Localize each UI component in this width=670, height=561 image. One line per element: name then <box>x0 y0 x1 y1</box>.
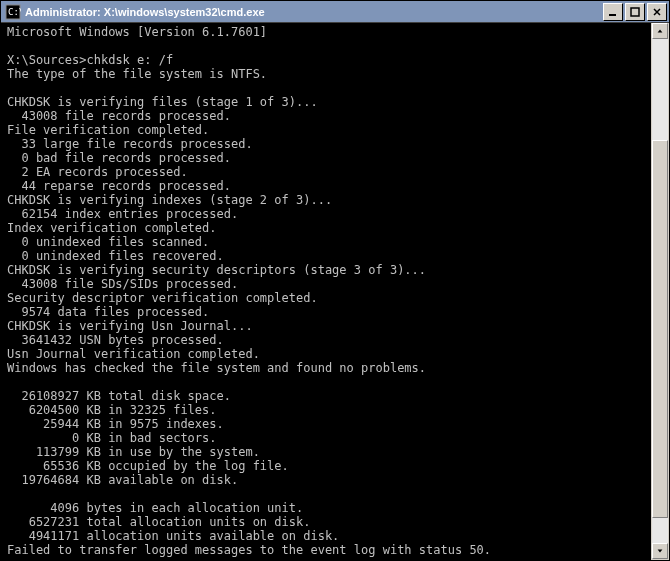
output-line: Microsoft Windows [Version 6.1.7601] <box>7 25 267 39</box>
output-line: 33 large file records processed. <box>7 137 253 151</box>
output-line: 9574 data files processed. <box>7 305 209 319</box>
output-line: 26108927 KB total disk space. <box>7 389 231 403</box>
window-title: Administrator: X:\windows\system32\cmd.e… <box>25 6 601 18</box>
scroll-down-button[interactable] <box>652 543 668 559</box>
close-button[interactable] <box>647 3 667 21</box>
svg-text:C:\: C:\ <box>8 7 21 17</box>
output-line: 4941171 allocation units available on di… <box>7 529 339 543</box>
svg-rect-2 <box>609 14 616 16</box>
output-line: 0 bad file records processed. <box>7 151 231 165</box>
output-line: 113799 KB in use by the system. <box>7 445 260 459</box>
svg-rect-3 <box>631 8 639 16</box>
scroll-up-button[interactable] <box>652 23 668 39</box>
output-line: CHKDSK is verifying files (stage 1 of 3)… <box>7 95 318 109</box>
output-line: CHKDSK is verifying indexes (stage 2 of … <box>7 193 332 207</box>
output-line: 3641432 USN bytes processed. <box>7 333 224 347</box>
scroll-track[interactable] <box>652 39 668 543</box>
output-line: 6527231 total allocation units on disk. <box>7 515 310 529</box>
output-line: CHKDSK is verifying security descriptors… <box>7 263 426 277</box>
output-line: CHKDSK is verifying Usn Journal... <box>7 319 253 333</box>
prompt: X:\Sources> <box>7 53 86 67</box>
output-line: 62154 index entries processed. <box>7 207 238 221</box>
scroll-thumb[interactable] <box>652 140 668 518</box>
output-line: Failed to transfer logged messages to th… <box>7 543 491 557</box>
output-line: Index verification completed. <box>7 221 217 235</box>
command-input: chkdsk e: /f <box>86 53 173 67</box>
window-buttons <box>601 3 667 21</box>
output-line: 25944 KB in 9575 indexes. <box>7 417 224 431</box>
output-line: Windows has checked the file system and … <box>7 361 426 375</box>
output-line: 19764684 KB available on disk. <box>7 473 238 487</box>
output-line: 43008 file records processed. <box>7 109 231 123</box>
output-line: 2 EA records processed. <box>7 165 188 179</box>
output-line: Usn Journal verification completed. <box>7 347 260 361</box>
output-line: 44 reparse records processed. <box>7 179 231 193</box>
output-line: 65536 KB occupied by the log file. <box>7 459 289 473</box>
output-line: File verification completed. <box>7 123 209 137</box>
vertical-scrollbar[interactable] <box>652 23 668 559</box>
terminal-output[interactable]: Microsoft Windows [Version 6.1.7601] X:\… <box>1 23 669 560</box>
titlebar[interactable]: C:\ Administrator: X:\windows\system32\c… <box>1 1 669 23</box>
output-line: 0 unindexed files recovered. <box>7 249 224 263</box>
maximize-button[interactable] <box>625 3 645 21</box>
output-line: 4096 bytes in each allocation unit. <box>7 501 303 515</box>
output-line: 0 unindexed files scanned. <box>7 235 209 249</box>
cmd-window: C:\ Administrator: X:\windows\system32\c… <box>0 0 670 561</box>
output-line: 0 KB in bad sectors. <box>7 431 217 445</box>
output-line: 43008 file SDs/SIDs processed. <box>7 277 238 291</box>
output-line: 6204500 KB in 32325 files. <box>7 403 217 417</box>
output-line: Security descriptor verification complet… <box>7 291 318 305</box>
cmd-icon: C:\ <box>5 4 21 20</box>
minimize-button[interactable] <box>603 3 623 21</box>
output-line: The type of the file system is NTFS. <box>7 67 267 81</box>
